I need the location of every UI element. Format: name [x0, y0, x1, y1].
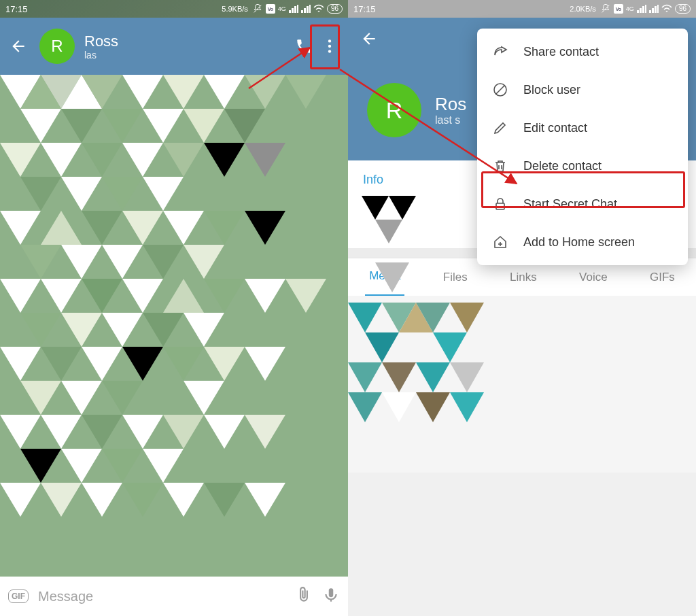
tab-links[interactable]: Links [506, 271, 541, 284]
gif-button[interactable]: GIF [8, 589, 29, 603]
mic-button[interactable] [322, 586, 340, 606]
menu-edit-contact[interactable]: Edit contact [477, 109, 688, 147]
back-button[interactable] [7, 26, 30, 67]
attach-button[interactable] [295, 586, 313, 606]
pencil-icon [492, 120, 508, 136]
contact-avatar[interactable]: R [39, 29, 75, 64]
message-input[interactable]: Message [38, 589, 285, 604]
avatar-letter: R [386, 97, 403, 124]
status-bar: 17:15 5.9KB/s Vo 4G 96 [0, 0, 348, 18]
tab-voice[interactable]: Voice [575, 271, 612, 284]
trash-icon [492, 158, 508, 174]
mute-icon [252, 3, 263, 14]
chat-messages-area[interactable] [0, 75, 348, 577]
status-netspeed: 5.9KB/s [222, 5, 248, 13]
home-plus-icon [492, 234, 508, 250]
svg-marker-90 [375, 220, 402, 243]
chat-header: R Ross las [0, 18, 348, 75]
menu-delete-contact[interactable]: Delete contact [477, 147, 688, 185]
avatar-letter: R [51, 37, 63, 56]
tab-files[interactable]: Files [439, 271, 472, 284]
svg-marker-88 [362, 196, 389, 220]
back-button[interactable] [358, 27, 381, 50]
menu-item-label: Delete contact [523, 159, 602, 173]
svg-marker-89 [389, 196, 416, 220]
lock-icon [492, 196, 508, 212]
wifi-icon [661, 4, 672, 14]
censored-mosaic [0, 75, 348, 577]
status-time: 17:15 [353, 4, 376, 14]
more-menu-button[interactable] [318, 26, 341, 67]
volte-icon: Vo [266, 4, 275, 14]
status-netspeed: 2.0KB/s [570, 5, 596, 13]
share-icon [492, 44, 508, 60]
menu-item-label: Block user [523, 83, 580, 97]
censored-info-2 [375, 262, 430, 296]
svg-marker-91 [375, 262, 409, 292]
status-icons: 5.9KB/s Vo 4G 96 [222, 3, 343, 14]
svg-point-1 [328, 39, 331, 42]
contact-name: Ross [84, 33, 283, 50]
contact-lastseen: last s [435, 114, 466, 126]
svg-rect-110 [496, 203, 504, 209]
volte-icon: Vo [614, 4, 623, 14]
signal-icon [637, 5, 646, 13]
status-bar: 17:15 2.0KB/s Vo 4G 96 [348, 0, 696, 18]
svg-rect-86 [329, 588, 334, 597]
contact-avatar[interactable]: R [367, 83, 421, 137]
battery-badge: 96 [327, 4, 343, 14]
menu-item-label: Share contact [523, 45, 599, 59]
status-time: 17:15 [5, 4, 28, 14]
censored-media [348, 296, 696, 473]
contact-name: Ros [435, 94, 466, 115]
header-actions [292, 26, 341, 67]
svg-point-2 [328, 45, 331, 48]
svg-point-3 [328, 50, 331, 52]
menu-item-label: Edit contact [523, 121, 587, 135]
contact-lastseen: las [84, 50, 283, 61]
signal2-icon [301, 5, 311, 13]
screen-chat: 17:15 5.9KB/s Vo 4G 96 R Ross las [0, 0, 348, 616]
wifi-icon [313, 4, 324, 14]
shared-media-grid[interactable] [348, 296, 696, 473]
overflow-menu: Share contact Block user Edit contact De… [477, 29, 688, 265]
mute-icon [600, 3, 611, 14]
tab-gifs[interactable]: GIFs [646, 271, 679, 284]
net-4g: 4G [278, 6, 286, 12]
menu-item-label: Add to Home screen [523, 235, 635, 250]
menu-block-user[interactable]: Block user [477, 71, 688, 109]
menu-add-homescreen[interactable]: Add to Home screen [477, 223, 688, 261]
net-4g: 4G [626, 6, 634, 12]
menu-secret-chat[interactable]: Start Secret Chat [477, 185, 688, 223]
chat-title-block[interactable]: Ross las [84, 33, 283, 61]
menu-share-contact[interactable]: Share contact [477, 33, 688, 71]
battery-badge: 96 [675, 4, 691, 14]
signal-icon [289, 5, 298, 13]
svg-line-109 [496, 86, 504, 94]
message-composer: GIF Message [0, 577, 348, 616]
menu-item-label: Start Secret Chat [523, 197, 617, 211]
call-button[interactable] [292, 26, 315, 67]
block-icon [492, 82, 508, 98]
status-icons: 2.0KB/s Vo 4G 96 [570, 3, 691, 14]
screen-contact-profile: 17:15 2.0KB/s Vo 4G 96 R Ros last s [348, 0, 696, 616]
signal2-icon [649, 5, 659, 13]
